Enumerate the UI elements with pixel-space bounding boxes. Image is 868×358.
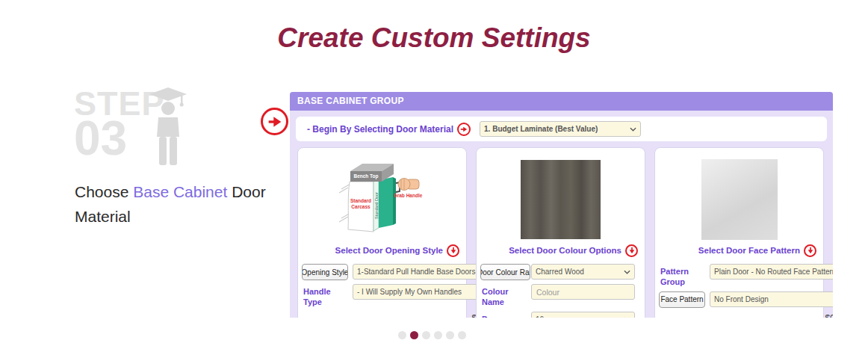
- face-pattern-button[interactable]: Face Pattern: [659, 291, 705, 308]
- card-heading-opening-style: Select Door Opening Style: [298, 244, 466, 257]
- pattern-group-select[interactable]: Plain Door - No Routed Face Pattern: [710, 264, 833, 280]
- handle-type-label: Handle Type: [302, 284, 348, 308]
- opening-style-price: $0.00: [302, 312, 494, 318]
- pagination-dot[interactable]: [434, 331, 442, 339]
- begin-door-material-label: - Begin By Selecting Door Material: [307, 124, 453, 135]
- face-pattern-price: $0.00: [659, 312, 833, 318]
- face-pattern-select[interactable]: No Front Design: [710, 291, 833, 307]
- arrow-down-circle-icon: [625, 244, 638, 257]
- carousel-prev-arrow-icon[interactable]: [261, 108, 288, 135]
- door-colour-range-button[interactable]: Door Colour Ran: [480, 264, 530, 280]
- chevron-down-icon: [630, 127, 636, 132]
- door-material-select[interactable]: 1. Budget Laminate (Best Value): [480, 121, 641, 137]
- arrow-down-circle-icon: [447, 244, 459, 257]
- chevron-down-icon: [624, 317, 630, 318]
- pagination-dot[interactable]: [446, 331, 454, 339]
- plain-door-image: [701, 159, 778, 240]
- door-colour-select[interactable]: Charred Wood: [531, 264, 635, 280]
- chevron-down-icon: [624, 270, 630, 274]
- step-description-highlight: Base Cabinet: [133, 183, 227, 200]
- handle-type-select[interactable]: - I Will Supply My Own Handles: [353, 284, 494, 300]
- pattern-group-label: Pattern Group: [659, 264, 705, 288]
- opening-style-select[interactable]: 1-Standard Pull Handle Base Doors-B: [353, 264, 494, 280]
- door-face-pattern-card: Select Door Face Pattern Pattern Group P…: [654, 147, 824, 318]
- page-title: Create Custom Settings: [0, 22, 868, 54]
- pagination-dot[interactable]: [398, 331, 406, 339]
- door-thickness-select[interactable]: 16mm: [531, 312, 635, 318]
- wood-swatch-image: [521, 160, 601, 239]
- arrow-down-circle-icon: [804, 244, 816, 257]
- step-description: Choose Base Cabinet Door Material: [75, 180, 275, 229]
- pagination-dot[interactable]: [422, 331, 430, 339]
- card-heading-colour-options: Select Door Colour Options: [477, 244, 645, 257]
- begin-door-material-row: - Begin By Selecting Door Material 1. Bu…: [296, 117, 827, 141]
- graduate-icon: [149, 87, 187, 173]
- card-heading-face-pattern: Select Door Face Pattern: [655, 244, 823, 257]
- panel-header: BASE CABINET GROUP: [290, 92, 833, 111]
- svg-text:Bench Top: Bench Top: [353, 173, 378, 179]
- pagination-dots: [398, 331, 466, 339]
- opening-style-button[interactable]: Opening Style: [302, 264, 348, 280]
- door-thickness-label: Door Thickness: [480, 312, 527, 318]
- colour-name-label: Colour Name: [480, 284, 527, 308]
- base-cabinet-group-panel: BASE CABINET GROUP - Begin By Selecting …: [290, 92, 833, 318]
- svg-text:Grab Handle: Grab Handle: [393, 193, 422, 198]
- pagination-dot[interactable]: [410, 331, 418, 339]
- svg-text:Carcass: Carcass: [351, 204, 371, 209]
- pagination-dot[interactable]: [458, 331, 466, 339]
- door-opening-style-card: Standard Carcass Standard Door Bench Top…: [297, 147, 467, 318]
- step-number: 03: [74, 114, 127, 162]
- colour-name-input[interactable]: [531, 284, 635, 300]
- svg-text:Standard: Standard: [350, 198, 371, 203]
- door-colour-card: Select Door Colour Options Door Colour R…: [476, 147, 645, 318]
- arrow-right-circle-icon: [457, 123, 471, 136]
- svg-text:Standard Door: Standard Door: [373, 192, 378, 219]
- cabinet-illustration: Standard Carcass Standard Door Bench Top…: [298, 155, 466, 243]
